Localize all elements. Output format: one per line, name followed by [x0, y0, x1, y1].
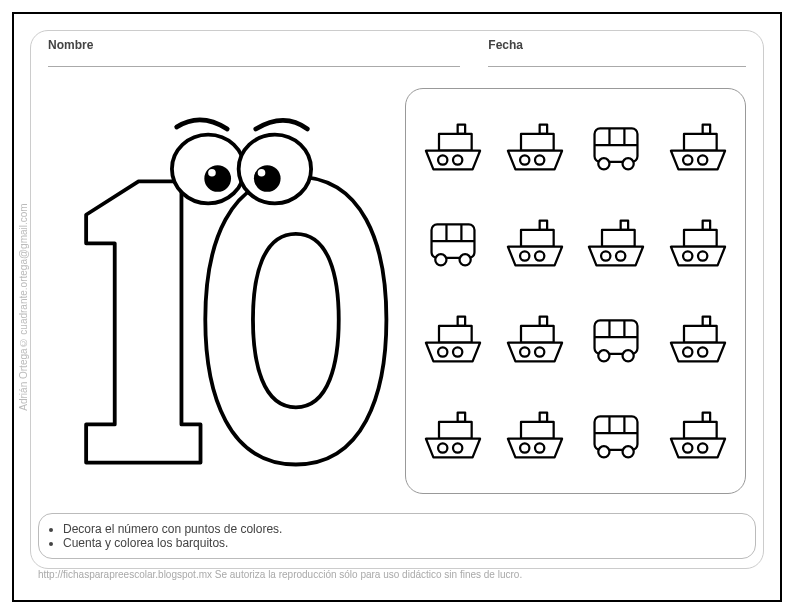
boat-icon — [665, 311, 731, 367]
header: Nombre Fecha — [48, 38, 746, 67]
svg-point-56 — [535, 443, 544, 452]
svg-point-37 — [438, 347, 447, 356]
svg-point-1 — [204, 165, 231, 192]
svg-point-7 — [438, 155, 447, 164]
svg-point-55 — [520, 443, 529, 452]
svg-rect-6 — [458, 125, 465, 134]
svg-point-8 — [453, 155, 462, 164]
instruction-line-2: Cuenta y colorea los barquitos. — [63, 536, 737, 550]
bus-icon — [583, 407, 649, 463]
boat-icon — [420, 311, 486, 367]
svg-point-20 — [698, 155, 707, 164]
svg-rect-27 — [539, 221, 546, 230]
boat-icon — [665, 407, 731, 463]
svg-rect-33 — [703, 221, 710, 230]
objects-row — [412, 119, 739, 175]
svg-point-2 — [208, 169, 216, 177]
svg-point-52 — [438, 443, 447, 452]
svg-point-25 — [435, 254, 446, 265]
boat-icon — [420, 119, 486, 175]
boat-icon — [420, 407, 486, 463]
svg-point-61 — [599, 446, 610, 457]
svg-point-19 — [683, 155, 692, 164]
svg-rect-63 — [703, 413, 710, 422]
svg-point-26 — [460, 254, 471, 265]
svg-rect-30 — [621, 221, 628, 230]
date-line[interactable] — [488, 66, 746, 67]
svg-point-34 — [683, 251, 692, 260]
boat-icon — [502, 311, 568, 367]
bus-icon — [420, 215, 486, 271]
svg-point-50 — [698, 347, 707, 356]
svg-point-29 — [535, 251, 544, 260]
svg-point-64 — [683, 443, 692, 452]
svg-point-31 — [601, 251, 610, 260]
svg-rect-36 — [458, 317, 465, 326]
svg-point-11 — [535, 155, 544, 164]
svg-point-49 — [683, 347, 692, 356]
number-ten-figure — [48, 88, 391, 494]
svg-rect-51 — [458, 413, 465, 422]
svg-point-41 — [535, 347, 544, 356]
bus-icon — [583, 119, 649, 175]
name-label: Nombre — [48, 38, 460, 52]
svg-rect-48 — [703, 317, 710, 326]
svg-rect-9 — [539, 125, 546, 134]
boat-icon — [583, 215, 649, 271]
svg-point-10 — [520, 155, 529, 164]
objects-row — [412, 215, 739, 271]
svg-point-65 — [698, 443, 707, 452]
svg-point-16 — [599, 158, 610, 169]
date-label: Fecha — [488, 38, 746, 52]
boat-icon — [502, 215, 568, 271]
boat-icon — [502, 119, 568, 175]
svg-point-47 — [623, 350, 634, 361]
svg-rect-18 — [703, 125, 710, 134]
svg-rect-54 — [539, 413, 546, 422]
svg-point-46 — [599, 350, 610, 361]
main-content — [48, 88, 746, 494]
name-field: Nombre — [48, 38, 460, 67]
boat-icon — [502, 407, 568, 463]
svg-point-35 — [698, 251, 707, 260]
svg-point-0 — [172, 135, 244, 204]
instructions-box: Decora el número con puntos de colores. … — [38, 513, 756, 559]
bus-icon — [583, 311, 649, 367]
number-10-icon — [48, 88, 391, 494]
svg-point-38 — [453, 347, 462, 356]
footer-text: http://fichasparapreescolar.blogspot.mx … — [38, 569, 774, 580]
svg-point-40 — [520, 347, 529, 356]
name-line[interactable] — [48, 66, 460, 67]
objects-row — [412, 311, 739, 367]
svg-point-17 — [623, 158, 634, 169]
svg-point-5 — [258, 169, 266, 177]
side-credit: Adrián Ortega© cuadrante.ortega@gmail.co… — [18, 203, 29, 410]
svg-point-32 — [616, 251, 625, 260]
svg-point-62 — [623, 446, 634, 457]
boat-icon — [665, 119, 731, 175]
svg-point-28 — [520, 251, 529, 260]
counting-objects-box — [405, 88, 746, 494]
instruction-line-1: Decora el número con puntos de colores. — [63, 522, 737, 536]
objects-row — [412, 407, 739, 463]
boat-icon — [665, 215, 731, 271]
svg-point-53 — [453, 443, 462, 452]
svg-point-4 — [254, 165, 281, 192]
svg-rect-39 — [539, 317, 546, 326]
date-field: Fecha — [488, 38, 746, 67]
